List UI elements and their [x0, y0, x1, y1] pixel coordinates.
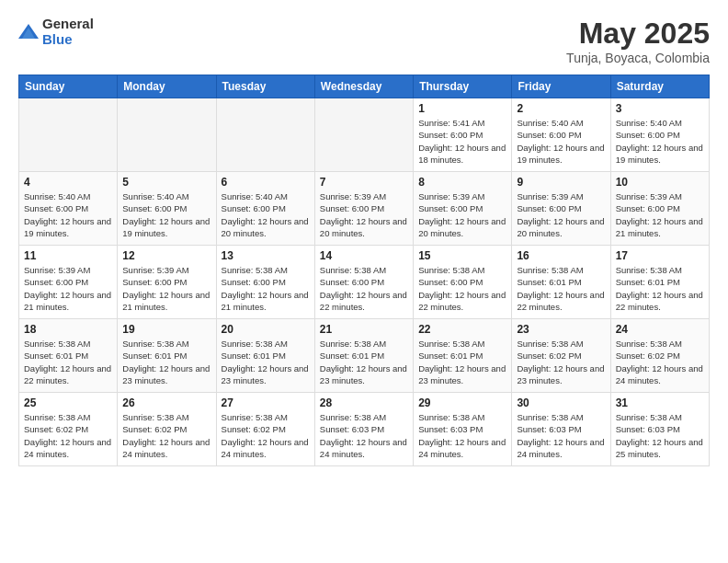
day-number: 31 — [616, 396, 704, 409]
day-info: Sunrise: 5:40 AM Sunset: 6:00 PM Dayligh… — [122, 190, 210, 239]
calendar-cell: 14Sunrise: 5:38 AM Sunset: 6:00 PM Dayli… — [314, 246, 413, 319]
day-info: Sunrise: 5:39 AM Sunset: 6:00 PM Dayligh… — [122, 264, 210, 313]
weekday-header-friday: Friday — [512, 75, 610, 98]
day-info: Sunrise: 5:40 AM Sunset: 6:00 PM Dayligh… — [24, 190, 112, 239]
day-info: Sunrise: 5:38 AM Sunset: 6:00 PM Dayligh… — [222, 264, 310, 313]
day-info: Sunrise: 5:39 AM Sunset: 6:00 PM Dayligh… — [418, 190, 506, 239]
calendar-cell: 10Sunrise: 5:39 AM Sunset: 6:00 PM Dayli… — [610, 172, 709, 246]
weekday-header-sunday: Sunday — [19, 75, 118, 98]
day-number: 19 — [122, 323, 210, 336]
calendar-cell: 8Sunrise: 5:39 AM Sunset: 6:00 PM Daylig… — [414, 172, 512, 246]
calendar-cell: 12Sunrise: 5:39 AM Sunset: 6:00 PM Dayli… — [118, 246, 216, 319]
day-number: 8 — [418, 176, 506, 189]
calendar-week-1: 1Sunrise: 5:41 AM Sunset: 6:00 PM Daylig… — [19, 98, 710, 172]
calendar-cell — [314, 98, 413, 172]
logo-text: General Blue — [42, 17, 94, 47]
day-info: Sunrise: 5:39 AM Sunset: 6:00 PM Dayligh… — [616, 190, 704, 239]
calendar-cell: 21Sunrise: 5:38 AM Sunset: 6:01 PM Dayli… — [314, 319, 413, 393]
day-info: Sunrise: 5:38 AM Sunset: 6:03 PM Dayligh… — [418, 411, 506, 460]
title-block: May 2025 Tunja, Boyaca, Colombia — [566, 17, 710, 65]
day-info: Sunrise: 5:38 AM Sunset: 6:00 PM Dayligh… — [418, 264, 506, 313]
day-number: 27 — [222, 396, 310, 409]
calendar-cell: 28Sunrise: 5:38 AM Sunset: 6:03 PM Dayli… — [314, 393, 413, 466]
day-info: Sunrise: 5:38 AM Sunset: 6:02 PM Dayligh… — [122, 411, 210, 460]
day-info: Sunrise: 5:38 AM Sunset: 6:01 PM Dayligh… — [616, 264, 704, 313]
day-number: 14 — [320, 249, 408, 262]
calendar-cell: 4Sunrise: 5:40 AM Sunset: 6:00 PM Daylig… — [19, 172, 118, 246]
calendar-cell: 6Sunrise: 5:40 AM Sunset: 6:00 PM Daylig… — [216, 172, 314, 246]
calendar-title: May 2025 — [566, 17, 710, 51]
day-info: Sunrise: 5:39 AM Sunset: 6:00 PM Dayligh… — [24, 264, 112, 313]
day-info: Sunrise: 5:38 AM Sunset: 6:03 PM Dayligh… — [517, 411, 605, 460]
calendar-cell: 1Sunrise: 5:41 AM Sunset: 6:00 PM Daylig… — [414, 98, 512, 172]
logo-general-text: General — [42, 17, 94, 32]
calendar-cell: 22Sunrise: 5:38 AM Sunset: 6:01 PM Dayli… — [414, 319, 512, 393]
calendar-cell: 5Sunrise: 5:40 AM Sunset: 6:00 PM Daylig… — [118, 172, 216, 246]
logo: General Blue — [18, 17, 94, 47]
calendar-cell: 29Sunrise: 5:38 AM Sunset: 6:03 PM Dayli… — [414, 393, 512, 466]
day-info: Sunrise: 5:38 AM Sunset: 6:01 PM Dayligh… — [517, 264, 605, 313]
calendar-cell: 27Sunrise: 5:38 AM Sunset: 6:02 PM Dayli… — [216, 393, 314, 466]
calendar-cell: 31Sunrise: 5:38 AM Sunset: 6:03 PM Dayli… — [610, 393, 709, 466]
calendar-cell: 17Sunrise: 5:38 AM Sunset: 6:01 PM Dayli… — [610, 246, 709, 319]
day-info: Sunrise: 5:38 AM Sunset: 6:01 PM Dayligh… — [122, 338, 210, 386]
calendar-week-2: 4Sunrise: 5:40 AM Sunset: 6:00 PM Daylig… — [19, 172, 710, 246]
day-number: 9 — [517, 176, 605, 189]
calendar-cell: 24Sunrise: 5:38 AM Sunset: 6:02 PM Dayli… — [610, 319, 709, 393]
calendar-cell: 26Sunrise: 5:38 AM Sunset: 6:02 PM Dayli… — [118, 393, 216, 466]
day-info: Sunrise: 5:38 AM Sunset: 6:02 PM Dayligh… — [616, 338, 704, 386]
calendar-cell: 11Sunrise: 5:39 AM Sunset: 6:00 PM Dayli… — [19, 246, 118, 319]
calendar-cell: 23Sunrise: 5:38 AM Sunset: 6:02 PM Dayli… — [512, 319, 610, 393]
day-number: 6 — [222, 176, 310, 189]
page: General Blue May 2025 Tunja, Boyaca, Col… — [0, 0, 728, 563]
day-number: 23 — [517, 323, 605, 336]
calendar-week-4: 18Sunrise: 5:38 AM Sunset: 6:01 PM Dayli… — [19, 319, 710, 393]
calendar-header-row: SundayMondayTuesdayWednesdayThursdayFrid… — [19, 75, 710, 98]
day-info: Sunrise: 5:38 AM Sunset: 6:00 PM Dayligh… — [320, 264, 408, 313]
day-number: 15 — [418, 249, 506, 262]
calendar-cell: 16Sunrise: 5:38 AM Sunset: 6:01 PM Dayli… — [512, 246, 610, 319]
day-number: 28 — [320, 396, 408, 409]
calendar-subtitle: Tunja, Boyaca, Colombia — [566, 51, 710, 65]
calendar-cell: 13Sunrise: 5:38 AM Sunset: 6:00 PM Dayli… — [216, 246, 314, 319]
day-info: Sunrise: 5:40 AM Sunset: 6:00 PM Dayligh… — [222, 190, 310, 239]
calendar-cell — [19, 98, 118, 172]
day-info: Sunrise: 5:38 AM Sunset: 6:03 PM Dayligh… — [320, 411, 408, 460]
day-number: 22 — [418, 323, 506, 336]
day-info: Sunrise: 5:41 AM Sunset: 6:00 PM Dayligh… — [418, 117, 506, 166]
day-info: Sunrise: 5:39 AM Sunset: 6:00 PM Dayligh… — [320, 190, 408, 239]
day-info: Sunrise: 5:38 AM Sunset: 6:02 PM Dayligh… — [517, 338, 605, 386]
weekday-header-wednesday: Wednesday — [314, 75, 413, 98]
day-number: 29 — [418, 396, 506, 409]
day-number: 17 — [616, 249, 704, 262]
day-number: 20 — [222, 323, 310, 336]
logo-icon — [18, 22, 39, 42]
calendar-cell: 9Sunrise: 5:39 AM Sunset: 6:00 PM Daylig… — [512, 172, 610, 246]
day-info: Sunrise: 5:38 AM Sunset: 6:01 PM Dayligh… — [320, 338, 408, 386]
day-info: Sunrise: 5:40 AM Sunset: 6:00 PM Dayligh… — [517, 117, 605, 166]
calendar-cell: 19Sunrise: 5:38 AM Sunset: 6:01 PM Dayli… — [118, 319, 216, 393]
logo-blue-text: Blue — [42, 32, 94, 48]
day-number: 26 — [122, 396, 210, 409]
weekday-header-thursday: Thursday — [414, 75, 512, 98]
day-number: 10 — [616, 176, 704, 189]
day-info: Sunrise: 5:38 AM Sunset: 6:01 PM Dayligh… — [222, 338, 310, 386]
day-info: Sunrise: 5:39 AM Sunset: 6:00 PM Dayligh… — [517, 190, 605, 239]
calendar-cell — [118, 98, 216, 172]
header: General Blue May 2025 Tunja, Boyaca, Col… — [18, 17, 710, 65]
day-number: 21 — [320, 323, 408, 336]
weekday-header-saturday: Saturday — [610, 75, 709, 98]
day-number: 25 — [24, 396, 112, 409]
day-number: 12 — [122, 249, 210, 262]
calendar-cell: 7Sunrise: 5:39 AM Sunset: 6:00 PM Daylig… — [314, 172, 413, 246]
day-number: 11 — [24, 249, 112, 262]
day-number: 4 — [24, 176, 112, 189]
day-info: Sunrise: 5:38 AM Sunset: 6:03 PM Dayligh… — [616, 411, 704, 460]
calendar-cell: 15Sunrise: 5:38 AM Sunset: 6:00 PM Dayli… — [414, 246, 512, 319]
day-info: Sunrise: 5:38 AM Sunset: 6:01 PM Dayligh… — [418, 338, 506, 386]
weekday-header-monday: Monday — [118, 75, 216, 98]
calendar-cell: 18Sunrise: 5:38 AM Sunset: 6:01 PM Dayli… — [19, 319, 118, 393]
calendar-cell — [216, 98, 314, 172]
day-number: 24 — [616, 323, 704, 336]
day-info: Sunrise: 5:38 AM Sunset: 6:02 PM Dayligh… — [222, 411, 310, 460]
